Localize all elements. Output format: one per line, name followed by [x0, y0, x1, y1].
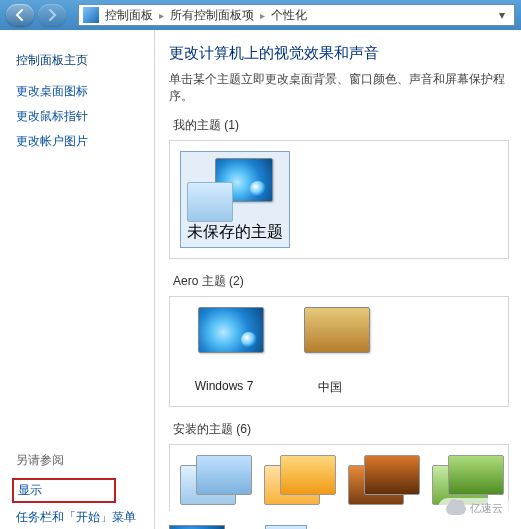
group-label-my-themes: 我的主题 (1) — [173, 117, 509, 134]
chevron-down-icon[interactable]: ▾ — [494, 8, 510, 22]
see-also-label: 另请参阅 — [16, 452, 154, 469]
page-desc: 单击某个主题立即更改桌面背景、窗口颜色、声音和屏幕保护程序。 — [169, 71, 509, 105]
watermark: 亿速云 — [438, 498, 511, 519]
wallpaper-thumb — [198, 307, 264, 353]
sidebar-home-link[interactable]: 控制面板主页 — [16, 48, 154, 73]
chevron-right-icon: ▸ — [159, 10, 164, 21]
color-thumb — [187, 182, 233, 222]
main-content: 更改计算机上的视觉效果和声音 单击某个主题立即更改桌面背景、窗口颜色、声音和屏幕… — [155, 30, 521, 529]
nav-back-button[interactable] — [6, 4, 34, 26]
theme-installed-1[interactable] — [180, 455, 258, 511]
wallpaper-thumb — [169, 525, 225, 529]
settings-row: 桌面背景 窗口颜 — [169, 525, 509, 529]
sidebar-link-mouse-pointers[interactable]: 更改鼠标指针 — [16, 104, 154, 129]
breadcrumb-root[interactable]: 控制面板 — [105, 7, 153, 24]
wallpaper-thumb — [304, 307, 370, 353]
theme-unsaved[interactable]: 未保存的主题 — [180, 151, 290, 248]
nav-forward-button[interactable] — [38, 4, 66, 26]
theme-windows7[interactable]: Windows 7 — [180, 307, 268, 396]
sidebar-link-account-picture[interactable]: 更改帐户图片 — [16, 129, 154, 154]
cloud-icon — [446, 503, 466, 515]
sidebar: 控制面板主页 更改桌面图标 更改鼠标指针 更改帐户图片 另请参阅 显示 任务栏和… — [0, 30, 155, 529]
group-label-installed: 安装的主题 (6) — [173, 421, 509, 438]
theme-installed-3[interactable] — [348, 455, 426, 511]
page-title: 更改计算机上的视觉效果和声音 — [169, 44, 509, 63]
theme-caption: 未保存的主题 — [187, 222, 283, 243]
window-color-link[interactable]: 窗口颜 — [265, 525, 307, 529]
my-themes-area: 未保存的主题 — [169, 140, 509, 259]
chevron-right-icon: ▸ — [260, 10, 265, 21]
breadcrumb-leaf[interactable]: 个性化 — [271, 7, 307, 24]
color-swatch — [265, 525, 307, 529]
theme-caption: 中国 — [286, 379, 374, 396]
titlebar: 控制面板 ▸ 所有控制面板项 ▸ 个性化 ▾ — [0, 0, 521, 30]
theme-caption: Windows 7 — [180, 379, 268, 393]
sidebar-link-taskbar-start[interactable]: 任务栏和「开始」菜单 — [16, 506, 154, 529]
control-panel-icon — [83, 7, 99, 23]
theme-china[interactable]: 中国 — [286, 307, 374, 396]
theme-installed-2[interactable] — [264, 455, 342, 511]
sidebar-link-display[interactable]: 显示 — [16, 475, 154, 506]
highlight-box: 显示 — [12, 478, 116, 503]
breadcrumb-mid[interactable]: 所有控制面板项 — [170, 7, 254, 24]
aero-themes-area: Windows 7 中国 — [169, 296, 509, 407]
group-label-aero: Aero 主题 (2) — [173, 273, 509, 290]
sidebar-link-desktop-icons[interactable]: 更改桌面图标 — [16, 79, 154, 104]
desktop-background-link[interactable]: 桌面背景 — [169, 525, 225, 529]
breadcrumb[interactable]: 控制面板 ▸ 所有控制面板项 ▸ 个性化 ▾ — [78, 4, 515, 26]
watermark-text: 亿速云 — [470, 501, 503, 516]
